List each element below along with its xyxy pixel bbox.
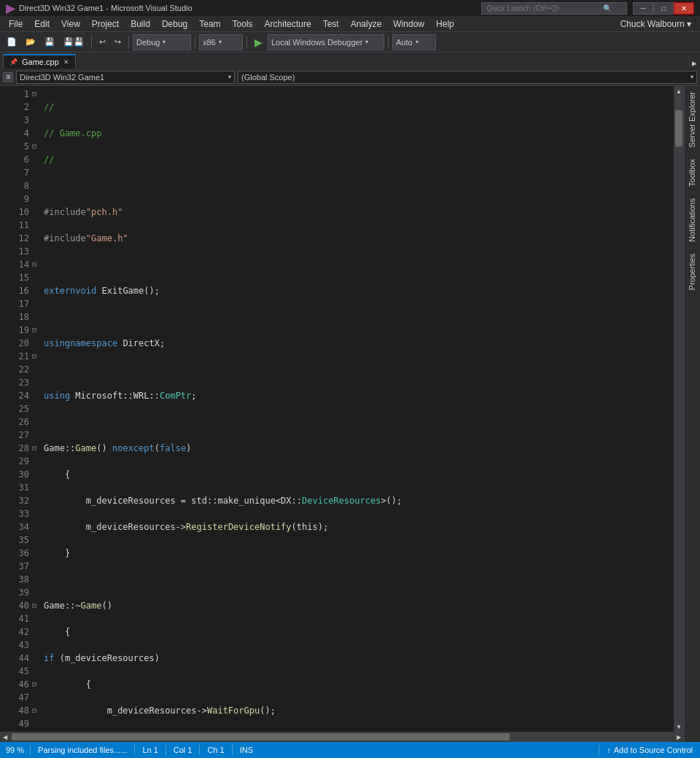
toolbar-sep-3 — [195, 36, 195, 49]
scroll-thumb[interactable] — [675, 110, 682, 146]
editor[interactable]: 12345678910 11121314151617181920 2122232… — [0, 86, 684, 742]
title-text: Direct3D Win32 Game1 - Microsoft Visual … — [19, 4, 481, 12]
code-line — [44, 363, 674, 376]
code-line — [44, 573, 674, 586]
debugger-dropdown[interactable]: Local Windows Debugger ▾ — [268, 34, 384, 50]
status-ch[interactable]: Ch 1 — [200, 742, 231, 758]
scroll-up-btn[interactable]: ▲ — [674, 86, 684, 96]
code-editor-content[interactable]: // // Game.cpp // #include "pch.h" #incl… — [41, 86, 674, 732]
search-icon: 🔍 — [603, 4, 612, 12]
undo-btn[interactable]: ↩ — [96, 34, 109, 50]
collapse-49[interactable]: ⊟ — [32, 704, 41, 717]
quick-launch-input[interactable] — [486, 4, 603, 12]
menu-architecture[interactable]: Architecture — [259, 17, 317, 31]
menu-window[interactable]: Window — [387, 17, 430, 31]
menu-debug[interactable]: Debug — [156, 17, 193, 31]
menubar: File Edit View Project Build Debug Team … — [0, 16, 700, 32]
vs-logo: ▶ — [6, 1, 15, 15]
tab-label: Game.cpp — [22, 58, 59, 66]
collapse-column: ⊟ ⊟ ⊟ ⊟ ⊟ ⊟ ⊟ ⊟ ⊟ — [32, 86, 41, 732]
scroll-down-btn[interactable]: ▼ — [674, 722, 684, 732]
status-parse[interactable]: Parsing included files...... — [31, 742, 134, 758]
location-bar: ⊞ Direct3D Win32 Game1 ▾ (Global Scope) … — [0, 69, 700, 86]
code-line: extern void ExitGame(); — [44, 284, 674, 297]
menu-analyze[interactable]: Analyze — [345, 17, 388, 31]
tab-pin-icon: 📌 — [9, 58, 18, 66]
code-line: // — [44, 101, 674, 114]
scroll-tabs-right[interactable]: ▸ — [692, 58, 697, 69]
debug-config-dropdown[interactable]: Debug ▾ — [133, 34, 191, 50]
new-file-btn[interactable]: 📄 — [3, 34, 20, 50]
code-line: m_deviceResources->WaitForGpu(); — [44, 704, 674, 717]
menu-view[interactable]: View — [55, 17, 86, 31]
minimize-button[interactable]: ─ — [633, 2, 653, 15]
collapse-14[interactable]: ⊟ — [32, 258, 41, 271]
collapse-41[interactable]: ⊟ — [32, 599, 41, 612]
save-btn[interactable]: 💾 — [41, 34, 58, 50]
status-col[interactable]: Col 1 — [166, 742, 200, 758]
redo-btn[interactable]: ↪ — [111, 34, 125, 50]
platform-dropdown[interactable]: x86 ▾ — [199, 34, 243, 50]
sidebar-item-server-explorer[interactable]: Server Explorer — [685, 86, 700, 153]
sidebar-item-properties[interactable]: Properties — [685, 248, 700, 296]
search-box[interactable]: 🔍 — [481, 2, 627, 15]
chevron-down-icon-3: ▾ — [365, 39, 368, 45]
tab-close-btn[interactable]: ✕ — [63, 58, 69, 66]
chevron-down-icon-6: ▾ — [691, 74, 693, 80]
code-line: using Microsoft::WRL::ComPtr; — [44, 389, 674, 402]
scope-dropdown[interactable]: (Global Scope) ▾ — [238, 71, 697, 84]
hscroll-right-btn[interactable]: ▶ — [674, 732, 684, 742]
code-line — [44, 179, 674, 192]
menu-tools[interactable]: Tools — [227, 17, 259, 31]
sidebar-item-toolbox[interactable]: Toolbox — [685, 153, 700, 192]
hscroll-track[interactable] — [10, 732, 674, 742]
maximize-button[interactable]: □ — [653, 2, 674, 15]
source-control-icon: ↑ — [607, 746, 611, 754]
collapse-22[interactable]: ⊟ — [32, 350, 41, 363]
sol-config-label: Auto — [396, 38, 413, 47]
chevron-down-icon-2: ▾ — [219, 39, 222, 45]
code-line: // — [44, 153, 674, 166]
code-line: Game::Game() noexcept(false) — [44, 442, 674, 455]
toolbar-sep-4 — [246, 36, 247, 49]
hscroll-left-btn[interactable]: ◀ — [0, 732, 10, 742]
user-name[interactable]: Chuck Walbourn ▾ — [614, 17, 697, 31]
collapse-5[interactable]: ⊟ — [32, 140, 41, 153]
start-debug-btn[interactable]: ▶ — [251, 34, 266, 50]
menu-help[interactable]: Help — [430, 17, 460, 31]
sidebar-item-notifications[interactable]: Notifications — [685, 192, 700, 248]
code-line: #include "pch.h" — [44, 206, 674, 219]
collapse-1[interactable]: ⊟ — [32, 87, 41, 101]
debug-config-label: Debug — [136, 38, 160, 47]
status-ln[interactable]: Ln 1 — [135, 742, 165, 758]
menu-test[interactable]: Test — [317, 17, 345, 31]
vertical-scrollbar[interactable]: ▲ ▼ — [674, 86, 684, 732]
project-dropdown[interactable]: Direct3D Win32 Game1 ▾ — [16, 71, 235, 84]
scroll-track[interactable] — [674, 106, 684, 722]
add-to-source-control-btn[interactable]: ↑ Add to Source Control — [599, 742, 700, 758]
status-zoom[interactable]: 99 % — [0, 742, 30, 758]
menu-build[interactable]: Build — [125, 17, 156, 31]
menu-edit[interactable]: Edit — [28, 17, 55, 31]
menu-team[interactable]: Team — [193, 17, 226, 31]
debugger-label: Local Windows Debugger — [271, 38, 362, 47]
collapse-20[interactable]: ⊟ — [32, 324, 41, 337]
collapse-47[interactable]: ⊟ — [32, 678, 41, 691]
close-button[interactable]: ✕ — [674, 2, 694, 15]
save-all-btn[interactable]: 💾💾 — [60, 34, 88, 50]
toolbar-sep-5 — [388, 36, 389, 49]
hscroll-thumb[interactable] — [12, 733, 510, 741]
sol-config-dropdown[interactable]: Auto ▾ — [392, 34, 436, 50]
menu-file[interactable]: File — [3, 17, 28, 31]
loc-expand-btn[interactable]: ⊞ — [3, 72, 13, 82]
code-line: using namespace DirectX; — [44, 337, 674, 350]
code-line — [44, 415, 674, 429]
collapse-29[interactable]: ⊟ — [32, 442, 41, 455]
horizontal-scrollbar[interactable]: ◀ ▶ — [0, 732, 684, 742]
menu-project[interactable]: Project — [86, 17, 125, 31]
code-line — [44, 258, 674, 271]
scope-label: (Global Scope) — [241, 73, 295, 82]
status-ins[interactable]: INS — [233, 742, 260, 758]
open-btn[interactable]: 📂 — [22, 34, 39, 50]
tab-game-cpp[interactable]: 📌 Game.cpp ✕ — [3, 54, 76, 69]
